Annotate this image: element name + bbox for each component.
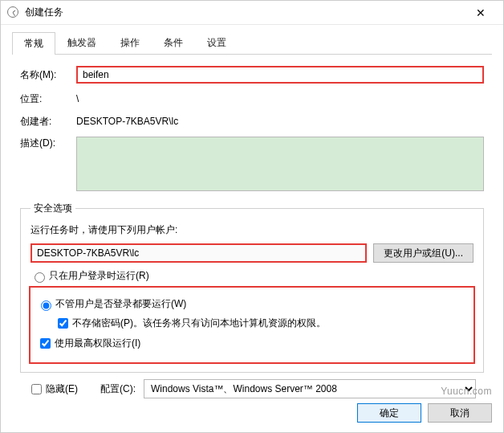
dialog-buttons: 确定 取消 xyxy=(357,403,492,423)
run-as-prompt: 运行任务时，请使用下列用户帐户: xyxy=(30,223,474,237)
location-label: 位置: xyxy=(20,92,76,106)
watermark: Yuucn.com xyxy=(441,386,492,397)
configure-for-label: 配置(C): xyxy=(100,382,136,396)
radio-run-when-logged-in-label: 只在用户登录时运行(R) xyxy=(49,269,149,283)
run-as-account: DESKTOP-7KBA5VR\lc xyxy=(30,243,367,263)
security-options-group: 安全选项 运行任务时，请使用下列用户帐户: DESKTOP-7KBA5VR\lc… xyxy=(20,202,484,373)
content-area: 常规 触发器 操作 条件 设置 名称(M): 位置: \ 创建者: DESKTO… xyxy=(1,25,503,406)
checkbox-no-store-password-input[interactable] xyxy=(58,318,68,329)
checkbox-hidden[interactable]: 隐藏(E) xyxy=(28,382,78,397)
tab-conditions[interactable]: 条件 xyxy=(152,31,195,54)
checkbox-no-store-password-label: 不存储密码(P)。该任务将只有访问本地计算机资源的权限。 xyxy=(72,317,326,330)
configure-for-select[interactable]: Windows Vista™、Windows Server™ 2008 xyxy=(144,379,476,398)
tab-triggers[interactable]: 触发器 xyxy=(55,31,108,54)
general-panel: 名称(M): 位置: \ 创建者: DESKTOP-7KBA5VR\lc 描述(… xyxy=(12,55,492,406)
close-button[interactable]: ✕ xyxy=(465,6,497,19)
radio-run-always-input[interactable] xyxy=(41,300,51,311)
create-task-dialog: 创建任务 ✕ 常规 触发器 操作 条件 设置 名称(M): 位置: \ 创建者:… xyxy=(0,0,504,433)
bottom-row: 隐藏(E) 配置(C): Windows Vista™、Windows Serv… xyxy=(20,379,484,398)
security-legend: 安全选项 xyxy=(30,202,75,215)
highlighted-security-box: 不管用户是否登录都要运行(W) 不存储密码(P)。该任务将只有访问本地计算机资源… xyxy=(30,288,474,362)
checkbox-highest-privileges-input[interactable] xyxy=(40,338,51,349)
tab-settings[interactable]: 设置 xyxy=(195,31,238,54)
checkbox-highest-privileges[interactable]: 使用最高权限运行(I) xyxy=(37,336,467,351)
tab-general[interactable]: 常规 xyxy=(12,32,55,55)
checkbox-hidden-input[interactable] xyxy=(31,384,42,394)
description-textarea[interactable] xyxy=(76,137,484,191)
location-value: \ xyxy=(76,92,484,106)
radio-run-when-logged-in[interactable]: 只在用户登录时运行(R) xyxy=(30,269,474,283)
cancel-button[interactable]: 取消 xyxy=(428,403,492,423)
name-label: 名称(M): xyxy=(20,68,76,82)
clock-icon xyxy=(7,6,20,19)
ok-button[interactable]: 确定 xyxy=(357,403,421,423)
tab-strip: 常规 触发器 操作 条件 设置 xyxy=(12,31,492,55)
name-input[interactable] xyxy=(76,66,484,84)
radio-run-when-logged-in-input[interactable] xyxy=(35,272,45,283)
checkbox-highest-privileges-label: 使用最高权限运行(I) xyxy=(55,337,140,350)
window-title: 创建任务 xyxy=(25,6,465,19)
desc-label: 描述(D): xyxy=(20,137,76,150)
radio-run-always-label: 不管用户是否登录都要运行(W) xyxy=(55,297,186,311)
checkbox-hidden-label: 隐藏(E) xyxy=(46,382,78,396)
creator-value: DESKTOP-7KBA5VR\lc xyxy=(76,114,484,129)
radio-run-always[interactable]: 不管用户是否登录都要运行(W) xyxy=(37,297,467,311)
creator-label: 创建者: xyxy=(20,115,76,129)
checkbox-no-store-password[interactable]: 不存储密码(P)。该任务将只有访问本地计算机资源的权限。 xyxy=(55,316,467,331)
titlebar: 创建任务 ✕ xyxy=(1,1,503,25)
change-user-button[interactable]: 更改用户或组(U)... xyxy=(373,243,474,263)
tab-actions[interactable]: 操作 xyxy=(108,31,152,54)
